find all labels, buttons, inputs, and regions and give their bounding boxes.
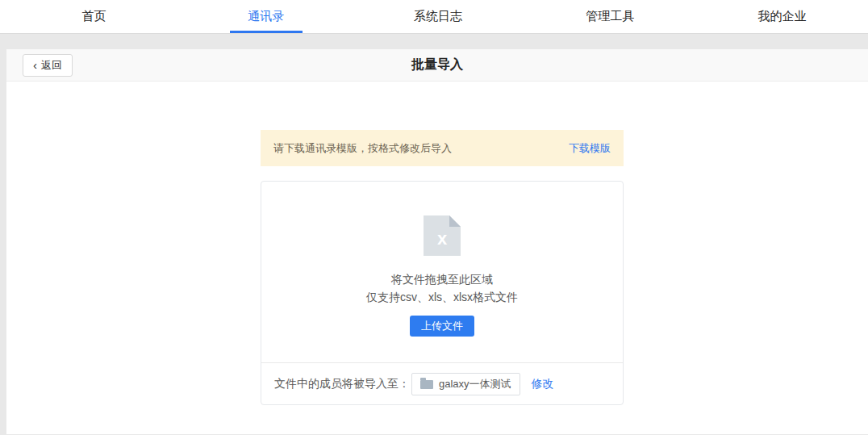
back-button[interactable]: ‹ 返回 [23, 54, 73, 77]
tab-contacts[interactable]: 通讯录 [180, 0, 352, 33]
tab-my-enterprise[interactable]: 我的企业 [696, 0, 868, 33]
folder-icon [420, 380, 433, 389]
page-title: 批量导入 [411, 56, 463, 73]
import-target-label: 文件中的成员将被导入至： [274, 377, 410, 391]
batch-import-panel: ‹ 返回 批量导入 请下载通讯录模版，按格式修改后导入 下载模版 x 将文件拖拽… [6, 49, 868, 434]
tab-system-log[interactable]: 系统日志 [352, 0, 524, 33]
edit-target-link[interactable]: 修改 [532, 377, 554, 391]
target-department-name: galaxy一体测试 [439, 377, 511, 391]
format-hint-text: 仅支持csv、xls、xlsx格式文件 [261, 288, 623, 306]
file-drop-zone[interactable]: x 将文件拖拽至此区域 仅支持csv、xls、xlsx格式文件 上传文件 [261, 182, 623, 362]
tab-system-log-label: 系统日志 [414, 9, 462, 24]
notice-text: 请下载通讯录模版，按格式修改后导入 [273, 141, 452, 156]
panel-header: ‹ 返回 批量导入 [6, 49, 868, 82]
tab-home[interactable]: 首页 [8, 0, 180, 33]
tab-home-label: 首页 [82, 9, 106, 24]
active-tab-underline [230, 31, 303, 33]
tab-admin-tools[interactable]: 管理工具 [524, 0, 696, 33]
download-template-link[interactable]: 下载模版 [569, 141, 611, 156]
drag-hint-text: 将文件拖拽至此区域 [261, 270, 623, 288]
page-gap [0, 34, 868, 49]
excel-letter: x [437, 230, 447, 248]
top-nav: 首页 通讯录 系统日志 管理工具 我的企业 [0, 0, 868, 34]
template-notice-bar: 请下载通讯录模版，按格式修改后导入 下载模版 [261, 130, 624, 166]
chevron-left-icon: ‹ [33, 59, 37, 71]
tab-my-enterprise-label: 我的企业 [757, 9, 806, 24]
target-department-box: galaxy一体测试 [411, 373, 520, 395]
upload-card: x 将文件拖拽至此区域 仅支持csv、xls、xlsx格式文件 上传文件 文件中… [261, 181, 624, 405]
tab-admin-tools-label: 管理工具 [586, 9, 634, 24]
content-column: 请下载通讯录模版，按格式修改后导入 下载模版 x 将文件拖拽至此区域 仅支持cs… [261, 82, 624, 405]
upload-file-button[interactable]: 上传文件 [410, 316, 474, 337]
tab-contacts-label: 通讯录 [248, 9, 284, 24]
import-target-row: 文件中的成员将被导入至： galaxy一体测试 修改 [261, 362, 623, 404]
excel-file-icon: x [424, 215, 461, 256]
back-button-label: 返回 [41, 58, 62, 73]
